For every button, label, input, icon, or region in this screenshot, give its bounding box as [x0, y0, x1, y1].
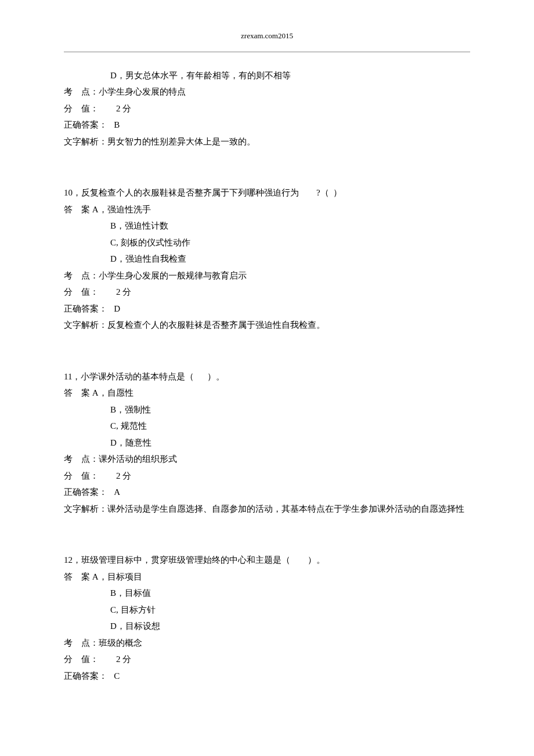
explain-label: 文字解析：	[64, 320, 107, 330]
score-label: 分 值：	[64, 471, 99, 480]
question-number: 11，	[64, 372, 81, 381]
question-10: 10，反复检查个人的衣服鞋袜是否整齐属于下列哪种强迫行为 ?（ ） 答 案 A，…	[64, 185, 470, 334]
q10-option-a: 答 案 A，强迫性洗手	[64, 201, 470, 218]
option-label: B，	[110, 405, 125, 414]
option-text: 随意性	[125, 438, 151, 447]
explain-text: 男女智力的性别差异大体上是一致的。	[107, 137, 255, 146]
explain-text: 反复检查个人的衣服鞋袜是否整齐属于强迫性自我检查。	[107, 320, 325, 330]
answer-label: 正确答案：	[64, 120, 114, 129]
q9-explain: 文字解析：男女智力的性别差异大体上是一致的。	[64, 133, 470, 150]
score-text: 2 分	[99, 287, 131, 296]
question-number: 12，	[64, 555, 81, 565]
topic-text: 班级的概念	[99, 638, 142, 648]
q10-stem: 10，反复检查个人的衣服鞋袜是否整齐属于下列哪种强迫行为 ?（ ）	[64, 185, 470, 201]
question-stem: 小学课外活动的基本特点是（ ）。	[81, 372, 225, 381]
topic-label: 考 点：	[64, 638, 99, 648]
topic-label: 考 点：	[64, 87, 99, 96]
option-label: D，	[110, 438, 125, 447]
option-label: D，	[110, 254, 125, 263]
q11-option-a: 答 案 A，自愿性	[64, 385, 470, 401]
q12-stem: 12，班级管理目标中，贯穿班级管理始终的中心和主题是（ ）。	[64, 552, 470, 569]
option-label: A，	[92, 572, 107, 581]
q9-topic: 考 点：小学生身心发展的特点	[64, 84, 470, 100]
question-stem: 反复检查个人的衣服鞋袜是否整齐属于下列哪种强迫行为 ?（ ）	[81, 188, 342, 197]
option-label: C,	[110, 421, 121, 431]
answer-text: A	[114, 487, 120, 497]
page-header: zrexam.com2015	[64, 29, 470, 44]
option-label: C,	[110, 605, 121, 614]
score-label: 分 值：	[64, 104, 99, 113]
option-text: 目标设想	[125, 621, 160, 631]
topic-text: 小学生身心发展的一般规律与教育启示	[99, 271, 247, 280]
q9-answer: 正确答案： B	[64, 117, 470, 133]
option-text: 规范性	[121, 421, 147, 431]
q12-option-a: 答 案 A，目标项目	[64, 569, 470, 585]
page: zrexam.com2015 D，男女总体水平，有年龄相等，有的则不相等 考 点…	[0, 0, 534, 756]
score-text: 2 分	[99, 104, 131, 113]
score-text: 2 分	[99, 654, 131, 664]
q11-stem: 11，小学课外活动的基本特点是（ ）。	[64, 368, 470, 385]
q12-topic: 考 点：班级的概念	[64, 635, 470, 652]
score-label: 分 值：	[64, 287, 99, 296]
q9-option-d: D，男女总体水平，有年龄相等，有的则不相等	[64, 67, 470, 84]
option-label: B，	[110, 588, 125, 598]
q10-explain: 文字解析：反复检查个人的衣服鞋袜是否整齐属于强迫性自我检查。	[64, 317, 470, 334]
score-label: 分 值：	[64, 654, 99, 664]
explain-label: 文字解析：	[64, 504, 107, 513]
option-text: 目标项目	[107, 572, 142, 581]
option-label: D，	[110, 71, 125, 80]
question-12: 12，班级管理目标中，贯穿班级管理始终的中心和主题是（ ）。 答 案 A，目标项…	[64, 552, 470, 684]
question-9-tail: D，男女总体水平，有年龄相等，有的则不相等 考 点：小学生身心发展的特点 分 值…	[64, 67, 470, 150]
option-text: 男女总体水平，有年龄相等，有的则不相等	[125, 71, 291, 80]
answer-label: 正确答案：	[64, 487, 114, 497]
q11-option-d: D，随意性	[64, 435, 470, 451]
q10-option-d: D，强迫性自我检查	[64, 251, 470, 267]
answer-label: 正确答案：	[64, 671, 114, 681]
question-stem: 班级管理目标中，贯穿班级管理始终的中心和主题是（ ）。	[81, 555, 325, 565]
question-number: 10，	[64, 188, 81, 197]
q12-option-c: C, 目标方针	[64, 602, 470, 618]
q12-option-b: B，目标值	[64, 585, 470, 602]
option-label: A，	[92, 205, 107, 214]
option-text: 目标方针	[121, 605, 156, 614]
q12-score: 分 值： 2 分	[64, 651, 470, 668]
q12-option-d: D，目标设想	[64, 618, 470, 635]
q10-option-c: C, 刻板的仪式性动作	[64, 234, 470, 251]
answer-text: B	[114, 120, 120, 129]
answer-line-label: 答 案	[64, 572, 92, 581]
q11-topic: 考 点：课外活动的组织形式	[64, 451, 470, 468]
q11-score: 分 值： 2 分	[64, 468, 470, 484]
answer-line-label: 答 案	[64, 388, 92, 397]
q10-option-b: B，强迫性计数	[64, 218, 470, 234]
option-text: 强迫性计数	[125, 221, 168, 230]
answer-label: 正确答案：	[64, 304, 114, 313]
topic-text: 小学生身心发展的特点	[99, 87, 186, 96]
option-text: 强迫性自我检查	[125, 254, 186, 263]
option-text: 刻板的仪式性动作	[121, 238, 190, 247]
explain-text: 课外活动是学生自愿选择、自愿参加的活动，其基本特点在于学生参加课外活动的自愿选择…	[107, 504, 464, 513]
option-label: A，	[92, 388, 107, 397]
topic-label: 考 点：	[64, 271, 99, 280]
q10-score: 分 值： 2 分	[64, 284, 470, 301]
topic-label: 考 点：	[64, 454, 99, 464]
q11-option-b: B，强制性	[64, 401, 470, 418]
option-label: C,	[110, 238, 121, 247]
answer-line-label: 答 案	[64, 205, 92, 214]
option-label: B，	[110, 221, 125, 230]
option-text: 强迫性洗手	[107, 205, 151, 214]
q10-answer: 正确答案： D	[64, 301, 470, 317]
header-text: zrexam.com2015	[241, 31, 293, 40]
option-text: 自愿性	[107, 388, 134, 397]
q11-answer: 正确答案： A	[64, 484, 470, 501]
q9-score: 分 值： 2 分	[64, 100, 470, 117]
q11-explain: 文字解析：课外活动是学生自愿选择、自愿参加的活动，其基本特点在于学生参加课外活动…	[64, 501, 470, 518]
answer-text: D	[114, 304, 120, 313]
q10-topic: 考 点：小学生身心发展的一般规律与教育启示	[64, 267, 470, 284]
option-text: 目标值	[125, 588, 151, 598]
answer-text: C	[114, 671, 120, 681]
q12-answer: 正确答案： C	[64, 668, 470, 685]
option-label: D，	[110, 621, 125, 631]
option-text: 强制性	[125, 405, 151, 414]
score-text: 2 分	[99, 471, 131, 480]
explain-label: 文字解析：	[64, 137, 107, 146]
